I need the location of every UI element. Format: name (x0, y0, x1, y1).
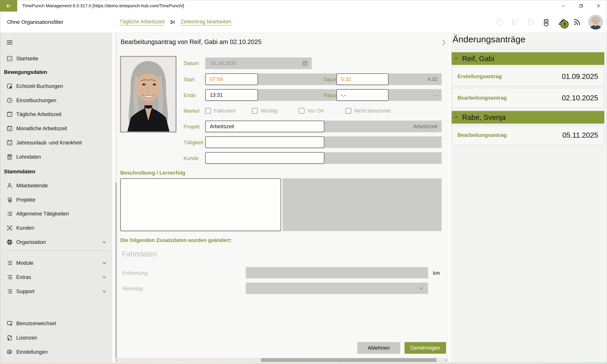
chevron-down-icon (102, 260, 107, 266)
sidebar-item-label: Allgemeine Tätigkeiten (16, 211, 69, 217)
marker-option-label: Wichtig (261, 108, 277, 114)
breadcrumb-link-daily[interactable]: Tägliche Arbeitszeit (120, 19, 165, 26)
edit-requests-button[interactable]: 3 (557, 18, 566, 26)
sidebar-item-organisation[interactable]: Organisation (0, 235, 112, 249)
projekt-new-value: Arbeitszeit (210, 123, 234, 130)
history-button[interactable] (526, 18, 535, 26)
sidebar-item-benutzerwechsel[interactable]: Benutzerwechsel (0, 316, 112, 331)
horizontal-scrollbar-thumb[interactable] (261, 358, 436, 362)
pause-label: Pause (324, 92, 338, 98)
sidebar-item-allgemeine-taetigkeiten[interactable]: Allgemeine Tätigkeiten (0, 207, 112, 221)
sidebar-item-label: Jahresurlaub -und Krankheit (16, 140, 82, 146)
sidebar-item-label: Organisation (16, 239, 46, 245)
reisetag-label: Reisetag (122, 286, 143, 292)
sidebar-item-label: Einzelbuchungen (16, 97, 56, 104)
toolbar-icons: 3 (495, 12, 603, 33)
request-groups: Reif, GabiErstellungsantrag01.09.2025Bea… (451, 52, 607, 145)
collapse-panel-chevron[interactable] (441, 39, 447, 47)
pause-input[interactable]: -.- (336, 89, 388, 101)
checkbox[interactable] (299, 108, 304, 114)
request-card[interactable]: Bearbeitungsantrag02.10.2025 (452, 88, 604, 108)
restore-icon (579, 3, 583, 8)
marker-option: Vor Ort (299, 108, 345, 114)
sidebar-item-einstellungen[interactable]: Einstellungen (0, 345, 112, 359)
info-button[interactable] (495, 18, 504, 26)
sidebar-item-label: Kunden (16, 225, 34, 231)
sidebar-item-extras[interactable]: Extras (0, 270, 112, 284)
checklist-button[interactable] (511, 18, 520, 26)
dauer-input[interactable]: 5:32 (336, 73, 388, 85)
checkbox[interactable] (252, 108, 258, 114)
reject-button[interactable]: Ablehnen (357, 342, 400, 354)
request-card[interactable]: Bearbeitungsantrag05.11.2025 (452, 125, 604, 145)
checkbox[interactable] (345, 108, 351, 114)
sidebar-item-module[interactable]: Module (0, 256, 112, 270)
marker-option: Fakturiert (205, 108, 252, 114)
restore-button[interactable] (572, 0, 590, 12)
sidebar-item-mitarbeitende[interactable]: Mitarbeitende (0, 179, 112, 193)
ende-input[interactable]: 13:31 (205, 89, 258, 101)
breadcrumb-link-edit[interactable]: Zeiteintrag bearbeiten (180, 19, 231, 26)
marker-option-label: Fakturiert (214, 108, 236, 114)
clock-icon (5, 97, 14, 104)
assistant-robot-button[interactable] (542, 18, 551, 26)
task-list-icon (5, 210, 14, 217)
sidebar-item-kunden[interactable]: Kunden (0, 221, 112, 235)
back-arrow-icon (5, 2, 12, 9)
vertical-scrollbar-thumb[interactable] (115, 182, 117, 364)
minimize-button[interactable] (555, 0, 572, 12)
approve-button[interactable]: Genehmigen (404, 342, 446, 354)
beschreibung-textarea[interactable] (120, 178, 281, 231)
title-bar: TimePunch Management 6.0.317.0 [https://… (0, 0, 607, 12)
horizontal-scrollbar[interactable] (115, 358, 448, 362)
person-icon (5, 182, 14, 189)
sidebar-item-jahresurlaub[interactable]: 365 Jahresurlaub -und Krankheit (0, 136, 112, 150)
request-type: Erstellungsantrag (457, 73, 502, 79)
close-icon (596, 3, 601, 8)
close-button[interactable] (590, 0, 607, 12)
scroll-left-arrow[interactable] (115, 358, 119, 362)
sidebar-item-startseite[interactable]: Startseite (0, 52, 112, 66)
pause-old-pane: -.- (388, 89, 442, 101)
request-group-header[interactable]: Reif, Gabi (452, 52, 604, 65)
feed-button[interactable] (573, 18, 581, 26)
sidebar-item-support[interactable]: Support (0, 284, 112, 299)
vertical-scrollbar[interactable] (115, 33, 117, 362)
marker-options: FakturiertWichtigVor OrtNicht berechnet (205, 105, 391, 117)
collapse-caret-icon (454, 115, 459, 120)
marker-option-label: Nicht berechnet (354, 108, 391, 114)
page-title: Bearbeitungsantrag von Reif, Gabi am 02.… (121, 38, 262, 45)
request-date: 05.11.2025 (562, 131, 598, 139)
sidebar-item-lohndaten[interactable]: Lohndaten (0, 150, 112, 164)
user-avatar[interactable] (588, 15, 603, 29)
dauer-label: Dauer (324, 77, 338, 83)
kunde-input[interactable] (205, 152, 324, 164)
request-group-header[interactable]: Rabe, Svenja (452, 111, 604, 124)
sidebar-item-echtzeit-buchungen[interactable]: Echtzeit-Buchungen (0, 79, 112, 93)
menu-toggle-button[interactable] (5, 38, 14, 47)
sidebar-item-monatliche-arbeitszeit[interactable]: 30 Monatliche Arbeitszeit (0, 121, 112, 136)
scroll-right-arrow[interactable] (444, 358, 448, 362)
projekt-input[interactable]: Arbeitszeit (205, 121, 324, 132)
changed-data-heading: Die folgenden Zusatzdaten wurden geänder… (120, 237, 232, 243)
reisetag-dropdown (246, 283, 428, 294)
datum-field: 02.10.2025 (205, 57, 312, 69)
employee-photo (120, 56, 177, 133)
back-button[interactable] (0, 0, 17, 12)
sidebar-item-taegliche-arbeitszeit[interactable]: 1 Tägliche Arbeitszeit (0, 107, 112, 121)
checkbox[interactable] (205, 108, 211, 114)
ende-label: Ende (183, 92, 196, 98)
sidebar-item-projekte[interactable]: Projekte (0, 193, 112, 207)
taetigkeit-input[interactable] (205, 136, 324, 148)
sidebar-item-einzelbuchungen[interactable]: Einzelbuchungen (0, 93, 112, 107)
sidebar-item-lizenzen[interactable]: Lizenzen (0, 331, 112, 345)
pause-old-value: -.- (433, 92, 438, 98)
sidebar-item-label: Lizenzen (16, 335, 37, 341)
request-date: 02.10.2025 (562, 94, 598, 102)
sidebar-section-stammdaten: Stammdaten (4, 169, 35, 175)
fahrtdaten-heading: Fahrtdaten (122, 250, 157, 258)
realtime-clock-icon (5, 83, 14, 90)
request-card[interactable]: Erstellungsantrag01.09.2025 (452, 66, 604, 86)
start-input[interactable]: 07:59 (205, 73, 258, 85)
entfernung-label: Entfernung (122, 270, 148, 276)
